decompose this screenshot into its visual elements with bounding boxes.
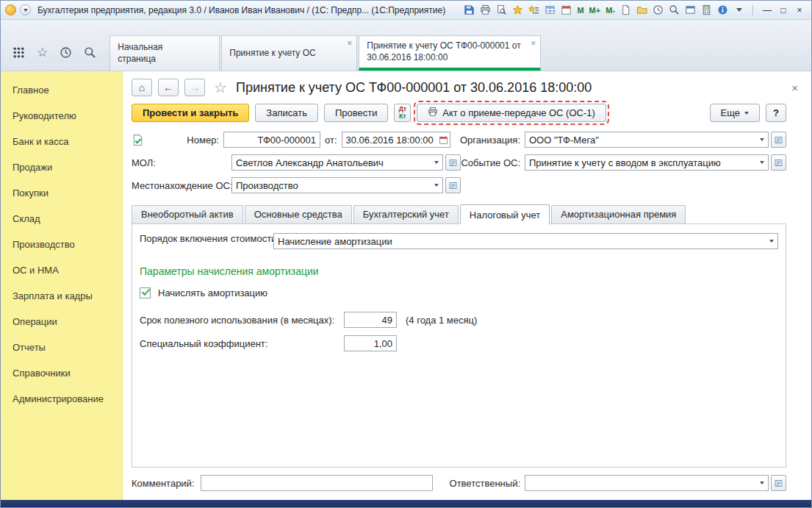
sidebar-item-bank-i-kassa[interactable]: Банк и касса (1, 129, 122, 154)
favorites-star-icon[interactable]: ☆ (37, 46, 48, 59)
mol-input[interactable] (232, 155, 430, 170)
tab-amortizacionnaya-premiya[interactable]: Амортизационная премия (551, 205, 686, 223)
main-menu-button[interactable] (5, 4, 16, 15)
toolbar-overflow-icon[interactable] (732, 4, 746, 17)
open-document-icon[interactable] (635, 4, 649, 17)
accrue-depreciation-checkbox[interactable] (140, 287, 151, 298)
location-label: Местонахождение ОС: (132, 180, 231, 191)
post-and-close-button[interactable]: Провести и закрыть (132, 104, 249, 122)
new-document-icon[interactable] (619, 4, 633, 17)
cost-order-input[interactable] (274, 234, 765, 248)
number-input[interactable] (223, 132, 320, 148)
dropdown-icon[interactable] (430, 155, 442, 170)
kt-label: Кт (399, 113, 406, 120)
calendar-icon[interactable] (559, 4, 573, 17)
sidebar-item-os-i-nma[interactable]: ОС и НМА (1, 257, 122, 283)
sidebar-item-zarplata-i-kadry[interactable]: Зарплата и кадры (1, 283, 122, 309)
sidebar-item-operacii[interactable]: Операции (1, 309, 122, 335)
tax-accounting-page: Порядок включения стоимости в состав рас… (132, 223, 786, 468)
dropdown-icon[interactable] (430, 178, 442, 193)
forward-button[interactable]: → (184, 79, 205, 96)
sidebar-item-otchety[interactable]: Отчеты (1, 335, 122, 360)
maximize-button[interactable]: □ (776, 4, 791, 17)
close-window-button[interactable]: × (792, 4, 807, 17)
back-button[interactable]: ← (158, 79, 179, 96)
special-coefficient-row: Специальный коэффициент: (140, 335, 778, 351)
favorites-list-icon[interactable] (527, 4, 541, 17)
sidebar-item-glavnoe[interactable]: Главное (1, 77, 122, 103)
minimize-button[interactable]: — (760, 4, 775, 17)
system-commands-button[interactable] (20, 4, 31, 15)
organization-input[interactable] (525, 132, 755, 147)
help-button[interactable]: ? (766, 104, 786, 122)
table-icon[interactable] (543, 4, 557, 17)
organization-open-button[interactable] (771, 132, 786, 148)
dropdown-icon[interactable] (755, 132, 768, 147)
info-icon[interactable] (716, 4, 730, 17)
window-tabs: Начальная страница Принятие к учету ОС ×… (109, 35, 542, 71)
document-footer: Комментарий: Ответственный: (123, 468, 811, 500)
memory-m-minus-button[interactable]: M- (604, 6, 617, 15)
history-clock-icon[interactable] (651, 4, 665, 17)
print-icon[interactable] (478, 4, 492, 17)
location-input[interactable] (232, 178, 430, 193)
window-icon[interactable] (683, 4, 697, 17)
responsible-open-button[interactable] (771, 475, 786, 491)
document-close-icon[interactable]: × (788, 82, 801, 94)
calendar-button[interactable] (437, 132, 450, 147)
number-label: Номер: (151, 135, 219, 146)
more-button[interactable]: Еще (710, 104, 760, 122)
location-open-button[interactable] (445, 177, 461, 193)
menu-grid-icon[interactable] (12, 46, 25, 59)
dropdown-icon[interactable] (765, 234, 777, 248)
memory-m-button[interactable]: M (575, 6, 585, 15)
memory-m-plus-button[interactable]: M+ (588, 6, 603, 15)
titlebar-separator (752, 5, 753, 15)
mol-label: МОЛ: (132, 157, 231, 168)
tab-close-icon[interactable]: × (531, 38, 536, 50)
dropdown-icon[interactable] (755, 476, 768, 490)
tab-osnovnye-sredstva[interactable]: Основные средства (245, 205, 352, 223)
sidebar-item-prodazhi[interactable]: Продажи (1, 154, 122, 180)
comment-input[interactable] (201, 475, 433, 491)
calculator-icon[interactable] (700, 4, 714, 17)
responsible-input[interactable] (525, 476, 755, 490)
dtkt-button[interactable]: Дт Кт (394, 104, 411, 122)
useful-life-hint: (4 года 1 месяц) (406, 315, 477, 326)
tab-vneoborotny-aktiv[interactable]: Внеоборотный актив (132, 205, 243, 223)
tab-os-acceptance-list[interactable]: Принятие к учету ОС × (221, 35, 357, 71)
home-button[interactable]: ⌂ (132, 79, 152, 96)
print-preview-icon[interactable] (495, 4, 509, 17)
search-icon[interactable] (667, 4, 681, 17)
sidebar-item-spravochniki[interactable]: Справочники (1, 360, 122, 386)
cost-order-label: Порядок включения стоимости в состав рас… (140, 233, 273, 246)
save-icon[interactable] (462, 4, 476, 17)
special-coefficient-label: Специальный коэффициент: (140, 338, 344, 349)
print-act-button[interactable]: Акт о приеме-передаче ОС (ОС-1) (417, 104, 606, 122)
responsible-combo (525, 475, 769, 491)
tab-buhgalterskiy-uchet[interactable]: Бухгалтерский учет (353, 205, 459, 223)
tab-os-acceptance-document[interactable]: Принятие к учету ОС ТФ00-000001 от 30.06… (359, 35, 541, 71)
useful-life-input[interactable] (344, 312, 397, 328)
write-button[interactable]: Записать (255, 104, 318, 122)
sidebar-item-administrirovanie[interactable]: Администрирование (1, 386, 122, 412)
os-event-input[interactable] (525, 155, 755, 170)
search-icon[interactable] (84, 46, 96, 59)
os-event-open-button[interactable] (771, 154, 786, 171)
sidebar-item-proizvodstvo[interactable]: Производство (1, 232, 122, 257)
dropdown-icon[interactable] (755, 155, 768, 170)
add-favorite-icon[interactable] (511, 4, 525, 17)
tab-nalogovy-uchet[interactable]: Налоговый учет (460, 204, 550, 224)
post-button[interactable]: Провести (324, 104, 389, 122)
special-coefficient-input[interactable] (344, 335, 397, 351)
mol-open-button[interactable] (445, 154, 461, 171)
favorite-star-icon[interactable]: ☆ (214, 80, 227, 95)
history-icon[interactable] (60, 46, 72, 59)
responsible-label: Ответственный: (450, 478, 520, 489)
date-input[interactable] (342, 132, 437, 147)
sidebar-item-pokupki[interactable]: Покупки (1, 180, 122, 206)
tab-home-page[interactable]: Начальная страница (109, 35, 220, 71)
tab-close-icon[interactable]: × (347, 38, 352, 50)
sidebar-item-rukovoditelyu[interactable]: Руководителю (1, 103, 122, 129)
sidebar-item-sklad[interactable]: Склад (1, 206, 122, 232)
